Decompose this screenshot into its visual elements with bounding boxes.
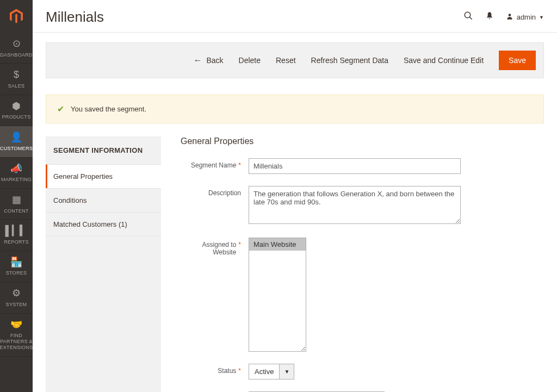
required-indicator: *	[238, 367, 241, 375]
tabs-sidebar: SEGMENT INFORMATION General Properties C…	[46, 136, 161, 392]
box-icon: ⬢	[12, 101, 21, 113]
nav-label: DASHBOARD	[0, 52, 33, 58]
tab-matched-customers[interactable]: Matched Customers (1)	[46, 212, 161, 237]
admin-user-menu[interactable]: admin ▼	[506, 13, 544, 22]
chevron-down-icon: ▼	[539, 15, 544, 20]
dashboard-icon: ⊙	[13, 38, 21, 50]
save-button[interactable]: Save	[499, 51, 536, 70]
store-icon: 🏪	[10, 257, 22, 269]
arrow-left-icon: ←	[193, 55, 202, 65]
nav-stores[interactable]: 🏪 STORES	[0, 251, 33, 282]
svg-line-1	[469, 17, 472, 20]
status-label: Status	[218, 367, 236, 375]
description-label: Description	[208, 189, 241, 197]
nav-partners[interactable]: 🤝 FIND PARTNERS & EXTENSIONS	[0, 314, 33, 357]
form-area: General Properties Segment Name * Descri…	[181, 136, 544, 392]
nav-label: SYSTEM	[6, 302, 27, 308]
check-icon: ✔	[57, 104, 64, 114]
nav-customers[interactable]: 👤 CUSTOMERS	[0, 126, 33, 157]
save-continue-button[interactable]: Save and Continue Edit	[404, 56, 484, 65]
nav-label: PRODUCTS	[2, 114, 31, 120]
required-indicator: *	[238, 161, 241, 169]
page-title: Millenials	[46, 9, 104, 26]
page-header: Millenials admin ▼	[33, 0, 557, 33]
action-bar: ← Back Delete Reset Refresh Segment Data…	[46, 42, 544, 78]
required-indicator: *	[238, 241, 241, 256]
user-icon	[506, 13, 513, 22]
nav-label: FIND PARTNERS & EXTENSIONS	[0, 333, 33, 350]
handshake-icon: 🤝	[10, 319, 22, 331]
admin-label: admin	[517, 13, 536, 21]
nav-dashboard[interactable]: ⊙ DASHBOARD	[0, 33, 33, 64]
nav-sales[interactable]: $ SALES	[0, 64, 33, 95]
nav-label: CONTENT	[4, 208, 29, 214]
nav-label: STORES	[6, 270, 27, 276]
website-option[interactable]: Main Website	[249, 238, 306, 251]
success-message: ✔ You saved the segment.	[46, 95, 544, 123]
reset-button[interactable]: Reset	[276, 56, 296, 65]
tab-conditions[interactable]: Conditions	[46, 188, 161, 212]
nav-content[interactable]: ▦ CONTENT	[0, 189, 33, 220]
notifications-icon[interactable]	[485, 11, 494, 23]
status-select[interactable]: Active ▼	[249, 364, 294, 379]
magento-logo[interactable]	[0, 0, 33, 33]
delete-button[interactable]: Delete	[239, 56, 261, 65]
nav-label: MARKETING	[1, 177, 32, 183]
person-icon: 👤	[10, 132, 22, 144]
back-label: Back	[206, 56, 223, 65]
svg-point-2	[508, 14, 511, 16]
refresh-segment-button[interactable]: Refresh Segment Data	[311, 56, 388, 65]
nav-label: REPORTS	[4, 239, 28, 245]
layout-icon: ▦	[12, 194, 21, 206]
tabs-title: SEGMENT INFORMATION	[46, 136, 161, 164]
tab-general-properties[interactable]: General Properties	[46, 164, 161, 188]
nav-sidebar: ⊙ DASHBOARD $ SALES ⬢ PRODUCTS 👤 CUSTOME…	[0, 0, 33, 392]
back-button[interactable]: ← Back	[193, 55, 223, 65]
nav-label: SALES	[8, 83, 25, 89]
success-text: You saved the segment.	[71, 105, 146, 113]
nav-reports[interactable]: ▌▎▍ REPORTS	[0, 220, 33, 251]
segment-name-label: Segment Name	[191, 161, 236, 169]
nav-system[interactable]: ⚙ SYSTEM	[0, 282, 33, 313]
gear-icon: ⚙	[12, 288, 21, 300]
megaphone-icon: 📣	[10, 163, 22, 175]
search-icon[interactable]	[463, 11, 473, 23]
nav-label: CUSTOMERS	[0, 146, 33, 152]
nav-marketing[interactable]: 📣 MARKETING	[0, 158, 33, 189]
nav-products[interactable]: ⬢ PRODUCTS	[0, 95, 33, 126]
bars-icon: ▌▎▍	[5, 225, 28, 237]
status-value: Active	[249, 364, 279, 379]
website-listbox[interactable]: Main Website	[249, 238, 306, 352]
form-section-title: General Properties	[181, 136, 544, 146]
chevron-down-icon: ▼	[279, 364, 294, 379]
assigned-website-label: Assigned to Website	[181, 241, 236, 256]
description-textarea[interactable]	[249, 186, 461, 224]
dollar-icon: $	[14, 69, 19, 81]
svg-point-0	[465, 12, 471, 18]
segment-name-input[interactable]	[249, 158, 461, 174]
